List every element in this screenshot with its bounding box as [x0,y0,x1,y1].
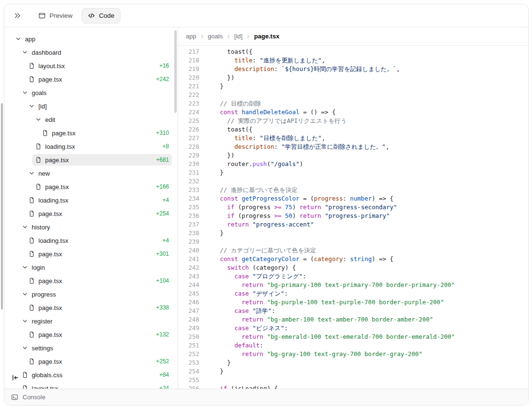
code-line: 223 // 目標の削除 [178,99,528,108]
tree-folder-login[interactable]: login [4,261,178,274]
code-text: router.push("/goals") [199,160,303,168]
tree-file-page-tsx[interactable]: page.tsx+252 [4,355,178,368]
code-text: description: `${hours}時間の学習を記録しました。`, [199,65,400,73]
line-number: 222 [178,91,199,99]
tree-row-inner: page.tsx+252 [25,356,172,367]
tree-file-page-tsx[interactable]: page.tsx+104 [4,274,178,287]
page-scrollbar-thumb[interactable] [1,103,3,310]
code-line: 236 if (progress >= 50) return "progress… [178,212,528,220]
code-text: case "語学": [199,307,275,315]
line-number: 242 [178,263,199,272]
tree-folder-dashboard[interactable]: dashboard [4,46,178,59]
breadcrumb-item--id-[interactable]: [id] [234,33,242,40]
line-number: 234 [178,194,199,203]
tree-file-layout-tsx[interactable]: layout.tsx+24 [4,382,178,389]
code-line: 238 } [178,229,528,238]
code-line: 227 title: "目標を削除しました", [178,134,528,143]
tree-folder-goals[interactable]: goals [4,86,178,99]
chevrons-right-icon [14,12,21,19]
tree-item-label: page.tsx [38,358,62,365]
tree-row-inner: login [19,262,172,273]
tree-row-inner: loading.tsx+4 [25,235,172,246]
tree-file-page-tsx[interactable]: page.tsx+338 [4,301,178,314]
tab-preview[interactable]: Preview [32,8,79,24]
tree-item-label: loading.tsx [45,143,75,150]
file-explorer: appdashboardlayout.tsx+16page.tsx+242goa… [4,27,178,389]
code-text: // 目標の削除 [199,99,261,108]
file-icon [28,277,35,284]
expand-panel-button[interactable] [11,10,24,22]
code-view[interactable]: 217 toast({218 title: "進捗を更新しました",219 de… [178,46,528,389]
tree-folder-history[interactable]: history [4,220,178,234]
breadcrumb-item-goals[interactable]: goals [208,33,223,40]
line-number: 231 [178,168,199,177]
tree-row-inner: layout.tsx+24 [19,382,172,389]
diff-count-badge: +310 [156,130,169,136]
code-text: case "プログラミング": [199,272,306,281]
tree-item-label: page.tsx [38,76,62,83]
tree-folder-new[interactable]: new [4,167,178,180]
code-text: } [199,168,224,177]
tree-item-label: loading.tsx [38,237,68,244]
tree-row-inner: goals [19,87,172,98]
line-number: 224 [178,108,199,117]
tree-row-inner: page.tsx+104 [25,275,172,287]
file-icon [28,62,35,69]
diff-count-badge: +4 [162,197,169,203]
tree-row-inner: register [19,315,172,327]
tree-file-page-tsx[interactable]: page.tsx+681 [4,153,178,167]
tree-item-label: history [32,224,50,231]
code-text [199,91,213,99]
sidebar-scrollbar-thumb[interactable] [174,30,177,113]
code-line: 249 case "ビジネス": [178,324,528,333]
console-bar[interactable]: Console [4,389,528,405]
code-line: 246 return "bg-purple-100 text-purple-70… [178,298,528,307]
tree-row-inner: page.tsx+681 [32,154,172,166]
tree-folder-register[interactable]: register [4,314,178,328]
tree-folder-id[interactable]: [id] [4,99,178,113]
line-number: 249 [178,324,199,333]
diff-count-badge: +681 [156,156,169,163]
tree-folder-settings[interactable]: settings [4,341,178,355]
code-line: 233 // 進捗に基づいて色を決定 [178,186,528,194]
tab-code[interactable]: Code [82,8,121,24]
tree-file-layout-tsx[interactable]: layout.tsx+16 [4,59,178,72]
code-line: 235 if (progress >= 75) return "progress… [178,203,528,212]
tree-file-loading-tsx[interactable]: loading.tsx+4 [4,234,178,247]
tree-item-label: new [38,170,50,177]
code-text: const getCategoryColor = (category: stri… [199,255,393,263]
tree-file-loading-tsx[interactable]: loading.tsx+8 [4,140,178,153]
breadcrumb-item-app[interactable]: app [186,33,196,40]
tree-file-page-tsx[interactable]: page.tsx+310 [4,126,178,140]
tree-file-globals-css[interactable]: globals.css+84 [4,368,178,382]
chevron-down-icon [22,345,28,351]
breadcrumb-item-page-tsx[interactable]: page.tsx [254,33,279,40]
code-line: 228 description: "学習目標が正常に削除されました。", [178,143,528,151]
tree-file-page-tsx[interactable]: page.tsx+254 [4,207,178,220]
tree-folder-progress[interactable]: progress [4,287,178,301]
code-line: 217 toast({ [178,48,528,56]
tree-file-page-tsx[interactable]: page.tsx+242 [4,72,178,86]
breadcrumb: appgoals[id]page.tsx [178,27,528,46]
code-line: 248 return "bg-amber-100 text-amber-700 … [178,315,528,324]
arrow-left-to-bar-icon [12,374,19,382]
tree-folder-app[interactable]: app [4,32,178,46]
file-icon [42,130,48,136]
line-number: 228 [178,143,199,151]
collapse-sidebar-button[interactable] [9,371,22,384]
line-number: 244 [178,281,199,289]
tree-file-page-tsx[interactable]: page.tsx+132 [4,328,178,341]
code-editor: appgoals[id]page.tsx 217 toast({218 titl… [178,27,528,389]
line-number: 240 [178,246,199,255]
tree-file-loading-tsx[interactable]: loading.tsx+4 [4,193,178,207]
tree-row-inner: page.tsx+166 [32,181,172,192]
tree-file-page-tsx[interactable]: page.tsx+301 [4,247,178,261]
tree-row-inner: globals.css+84 [19,369,172,381]
code-text: } [199,358,231,367]
code-text: const getProgressColor = (progress: numb… [199,194,393,203]
tree-folder-edit[interactable]: edit [4,113,178,126]
line-number: 219 [178,65,199,73]
toolbar: Preview Code [4,4,528,27]
code-text: if (isLoading) { [199,384,278,389]
tree-file-page-tsx[interactable]: page.tsx+166 [4,180,178,193]
